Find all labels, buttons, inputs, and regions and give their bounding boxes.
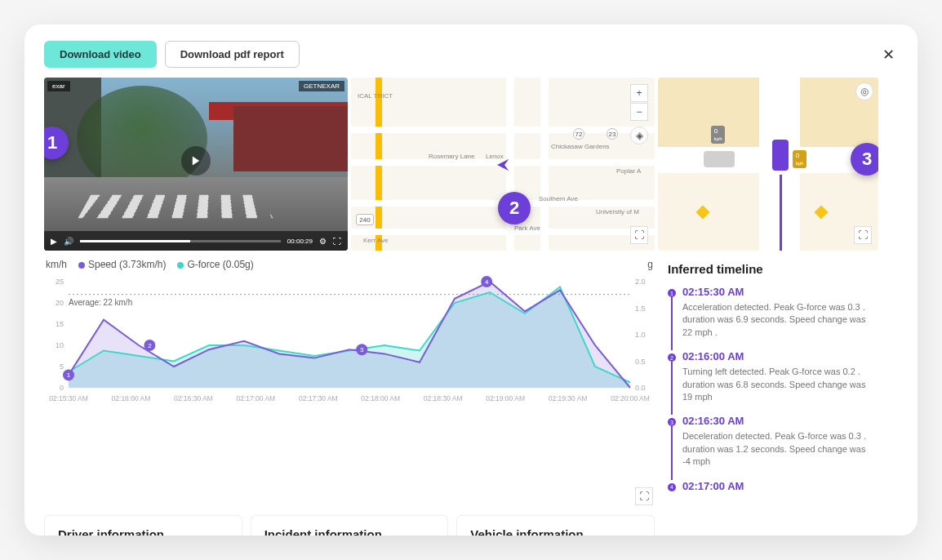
reconstruction-view[interactable]: 0kph 0kph ◎ ⛶ 3 <box>658 78 878 251</box>
svg-text:20: 20 <box>56 299 64 307</box>
compass-button[interactable]: ◈ <box>630 127 648 144</box>
subject-vehicle-icon <box>772 140 789 171</box>
timeline-item[interactable]: 102:15:30 AMAcceleration detected. Peak … <box>668 286 875 339</box>
svg-text:5: 5 <box>60 362 64 371</box>
timeline-desc: Acceleration detected. Peak G-force was … <box>682 301 875 339</box>
video-brand-right: GETNEXAR <box>299 81 344 91</box>
incident-info-card: Incident information DATE2020/10/04 TIME… <box>251 515 449 536</box>
play-small-icon[interactable]: ▶ <box>51 237 57 246</box>
svg-text:02:16:00 AM: 02:16:00 AM <box>112 394 151 402</box>
y-left-unit: km/h <box>46 259 67 270</box>
warning-sign-icon <box>695 206 709 220</box>
map-fullscreen-icon[interactable]: ⛶ <box>630 226 648 244</box>
y-right-unit: g <box>647 259 653 270</box>
telemetry-chart: km/h Speed (3.73km/h) G-force (0.05g) g … <box>44 256 655 507</box>
timeline-dot: 3 <box>668 418 676 426</box>
svg-text:02:20:00 AM: 02:20:00 AM <box>611 394 650 402</box>
callout-3: 3 <box>851 143 878 176</box>
timeline-dot: 4 <box>668 483 676 491</box>
shield-240: 240 <box>356 214 374 225</box>
close-icon[interactable]: ✕ <box>879 42 898 67</box>
timeline-dot: 1 <box>668 289 676 297</box>
play-icon[interactable] <box>181 146 211 176</box>
timeline-heading: Inferred timeline <box>668 262 875 276</box>
legend-gforce: G-force (0.05g) <box>177 259 253 270</box>
svg-text:4: 4 <box>485 278 489 286</box>
shield-72: 72 <box>573 128 584 140</box>
svg-text:25: 25 <box>56 278 64 286</box>
zoom-out-button[interactable]: − <box>630 103 648 121</box>
timeline-item[interactable]: 202:16:00 AMTurning left detected. Peak … <box>668 350 875 403</box>
zoom-in-button[interactable]: + <box>630 84 648 102</box>
timeline-item[interactable]: 302:16:30 AMDeceleration detected. Peak … <box>668 415 875 468</box>
svg-text:02:18:00 AM: 02:18:00 AM <box>361 394 400 402</box>
svg-text:02:17:00 AM: 02:17:00 AM <box>236 394 275 402</box>
download-video-button[interactable]: Download video <box>44 41 157 68</box>
street-map[interactable]: ICAL TRICT Rosemary Lane Lenox Chickasaw… <box>351 78 655 251</box>
timeline-desc: Turning left detected. Peak G-force was … <box>682 366 875 403</box>
timeline-time: 02:17:00 AM <box>682 480 875 492</box>
video-brand-left: exar <box>47 81 70 91</box>
callout-2: 2 <box>498 192 531 224</box>
timeline-time: 02:16:00 AM <box>682 350 875 362</box>
recon-fullscreen-icon[interactable]: ⛶ <box>854 226 872 244</box>
timeline-item[interactable]: 402:17:00 AM <box>668 480 875 492</box>
timeline-dot: 2 <box>668 353 676 362</box>
layers-icon[interactable]: ◎ <box>855 82 873 100</box>
timeline-time: 02:15:30 AM <box>682 286 875 298</box>
svg-text:02:19:00 AM: 02:19:00 AM <box>486 394 525 402</box>
vehicle-info-card: Vehicle information CHASSIS NUMBERXY123Z… <box>456 515 655 536</box>
svg-text:1.0: 1.0 <box>635 331 646 339</box>
svg-text:2.0: 2.0 <box>635 278 646 286</box>
warning-sign-icon <box>815 206 829 220</box>
svg-text:02:17:30 AM: 02:17:30 AM <box>299 394 338 402</box>
download-pdf-button[interactable]: Download pdf report <box>165 41 300 68</box>
video-progress[interactable] <box>80 240 281 242</box>
svg-text:0: 0 <box>60 384 64 392</box>
svg-text:02:18:30 AM: 02:18:30 AM <box>424 394 463 402</box>
average-line-label: Average: 22 km/h <box>69 298 132 307</box>
inferred-timeline: Inferred timeline 102:15:30 AMAccelerati… <box>658 256 878 507</box>
svg-text:0.5: 0.5 <box>635 358 646 366</box>
svg-text:0.0: 0.0 <box>635 384 646 392</box>
legend-speed: Speed (3.73km/h) <box>78 259 166 270</box>
svg-text:02:19:30 AM: 02:19:30 AM <box>549 394 588 402</box>
volume-icon[interactable]: 🔊 <box>64 237 73 246</box>
chart-canvas[interactable]: 25201510502.01.51.00.50.002:15:30 AM02:1… <box>44 273 655 404</box>
svg-text:1.5: 1.5 <box>635 304 646 313</box>
chart-fullscreen-icon[interactable]: ⛶ <box>635 487 653 505</box>
svg-text:10: 10 <box>56 341 64 349</box>
svg-text:02:16:30 AM: 02:16:30 AM <box>174 394 213 402</box>
timeline-desc: Deceleration detected. Peak G-force was … <box>682 430 875 468</box>
driver-info-card: Driver information POLICY NUMBERA1234567… <box>44 515 242 536</box>
dashcam-video[interactable]: exar GETNEXAR ▶ 🔊 00:00:29 ⚙ ⛶ 1 <box>44 78 348 251</box>
svg-text:15: 15 <box>56 320 64 328</box>
svg-text:02:15:30 AM: 02:15:30 AM <box>49 394 88 402</box>
timeline-time: 02:16:30 AM <box>682 415 875 427</box>
location-marker-icon <box>497 158 512 176</box>
settings-icon[interactable]: ⚙ <box>319 237 327 246</box>
fullscreen-icon[interactable]: ⛶ <box>333 237 341 246</box>
shield-23: 23 <box>607 128 618 140</box>
svg-text:1: 1 <box>67 371 71 379</box>
svg-text:3: 3 <box>360 346 364 353</box>
video-time: 00:00:29 <box>287 238 313 245</box>
svg-text:2: 2 <box>148 342 152 349</box>
other-vehicle-icon <box>704 151 735 167</box>
